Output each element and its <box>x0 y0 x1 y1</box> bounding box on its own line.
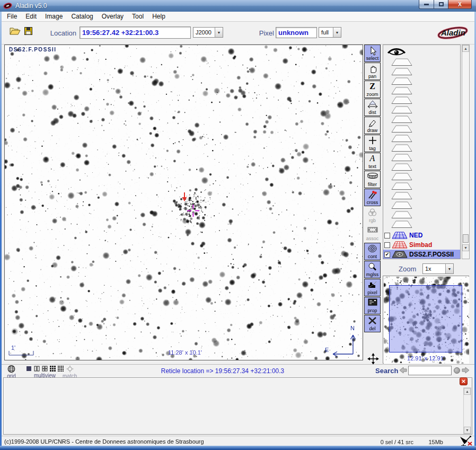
tool-pan[interactable]: pan <box>364 63 381 80</box>
pixel-scale-select[interactable]: full ▼ <box>319 27 341 38</box>
stack-scrollbar[interactable]: ▲ ▼ <box>462 45 470 259</box>
move-handle-icon[interactable] <box>367 353 379 365</box>
sky-view[interactable]: DSS2.F.POSSII 1' 11.28' x 10.1' N E <box>4 45 363 360</box>
tool-delete[interactable]: del <box>364 315 381 332</box>
image-plane-label: DSS2.F.POSSII <box>9 47 57 52</box>
open-file-icon[interactable] <box>10 27 21 36</box>
empty-plane-slot[interactable] <box>383 77 460 87</box>
measurement-scrollbar[interactable]: ▲ ▼ <box>463 387 471 434</box>
maximize-button[interactable] <box>434 0 448 9</box>
titlebar: Aladin v5.0 X <box>0 0 476 12</box>
plane-checkbox[interactable] <box>384 242 390 248</box>
chevron-down-icon[interactable]: ▼ <box>215 28 223 37</box>
distance-icon <box>367 100 378 108</box>
tool-rgb: rgb <box>364 207 381 224</box>
svg-text:N: N <box>350 325 355 331</box>
empty-plane-slot[interactable] <box>383 125 460 135</box>
tool-magnifier[interactable]: mglss <box>364 261 381 278</box>
scroll-up-icon[interactable]: ▲ <box>462 45 469 52</box>
tool-draw[interactable]: draw <box>364 117 381 134</box>
plane-checkbox[interactable]: ✔ <box>384 252 390 258</box>
four-pane-icon[interactable] <box>41 365 48 372</box>
tool-cross[interactable]: cross <box>364 189 381 206</box>
chevron-down-icon[interactable]: ▼ <box>333 28 341 37</box>
tool-zoom[interactable]: Z zoom <box>364 81 381 98</box>
menu-file[interactable]: File <box>3 12 21 21</box>
zoom-thumbnail-panel[interactable]: 12.91' x 12.91' <box>383 276 469 364</box>
plane-checkbox[interactable] <box>384 233 390 239</box>
close-measurement-icon[interactable]: ✕ <box>460 377 468 385</box>
memory-usage: 15Mb <box>428 439 443 445</box>
catalog-plane-icon <box>392 241 408 249</box>
save-icon[interactable] <box>24 27 32 35</box>
close-button[interactable]: X <box>448 0 472 9</box>
svg-text:Aladin: Aladin <box>440 28 465 37</box>
tool-assoc: assoc <box>364 225 381 242</box>
two-pane-icon[interactable] <box>33 365 40 372</box>
empty-plane-slot[interactable] <box>383 173 460 182</box>
menu-help[interactable]: Help <box>148 12 170 21</box>
pixel-input[interactable] <box>276 27 317 38</box>
empty-plane-slot[interactable] <box>383 144 460 154</box>
menu-overlay[interactable]: Overlay <box>98 12 128 21</box>
scroll-up-icon[interactable]: ▲ <box>464 388 471 395</box>
tool-filter[interactable]: filter <box>364 171 381 188</box>
tool-select[interactable]: select <box>364 45 381 62</box>
location-label: Location <box>41 29 76 37</box>
plane-row-dss2[interactable]: ✔ DSS2.F.POSSII <box>383 250 460 259</box>
chevron-down-icon[interactable]: ▼ <box>445 264 453 273</box>
eye-icon[interactable] <box>387 47 406 57</box>
search-go-icon[interactable] <box>454 367 460 374</box>
properties-window-icon <box>368 298 377 306</box>
tool-contour[interactable]: cont <box>364 243 381 260</box>
search-prev-icon[interactable] <box>399 367 407 374</box>
menu-image[interactable]: Image <box>41 12 67 21</box>
menu-edit[interactable]: Edit <box>21 12 41 21</box>
nine-pane-icon[interactable] <box>49 365 56 372</box>
empty-plane-slot[interactable] <box>383 87 460 96</box>
single-view-icon[interactable] <box>25 365 32 372</box>
empty-plane-slot[interactable] <box>383 116 460 125</box>
cross-markers-icon <box>367 190 377 199</box>
empty-plane-slot[interactable] <box>383 192 460 201</box>
empty-plane-slot[interactable] <box>383 68 460 77</box>
tool-pixel[interactable]: pixel <box>364 279 381 296</box>
empty-plane-slot[interactable] <box>383 182 460 192</box>
filmstrip-icon <box>367 226 378 233</box>
search-input[interactable] <box>408 366 452 375</box>
plane-row-simbad[interactable]: Simbad <box>383 240 460 250</box>
menu-catalog[interactable]: Catalog <box>67 12 97 21</box>
tool-text[interactable]: A text <box>364 153 381 170</box>
empty-plane-slot[interactable] <box>383 135 460 144</box>
contour-icon <box>368 244 377 253</box>
empty-plane-slot[interactable] <box>383 154 460 163</box>
sky-canvas[interactable] <box>5 45 363 360</box>
empty-plane-slot[interactable] <box>383 96 460 106</box>
empty-plane-slot[interactable] <box>383 201 460 211</box>
reticle-location-text: Reticle location => 19:56:27.34 +32:21:0… <box>80 367 366 375</box>
empty-plane-slot[interactable] <box>383 220 460 230</box>
tool-properties[interactable]: prop <box>364 297 381 314</box>
empty-plane-slot[interactable] <box>383 58 460 68</box>
frame-select[interactable]: J2000 ▼ <box>193 27 223 38</box>
tool-dist[interactable]: dist <box>364 99 381 116</box>
zoom-select[interactable]: 1x ▼ <box>422 263 454 274</box>
location-input[interactable] <box>80 27 191 39</box>
empty-plane-slot[interactable] <box>383 106 460 116</box>
window-title: Aladin v5.0 <box>15 2 47 10</box>
scroll-down-icon[interactable]: ▼ <box>462 244 469 251</box>
image-plane-icon <box>392 251 408 259</box>
tool-tag[interactable]: tag <box>364 135 381 152</box>
menu-tool[interactable]: Tool <box>128 12 148 21</box>
empty-plane-slot[interactable] <box>383 163 460 173</box>
search-next-icon[interactable] <box>462 367 470 374</box>
minimize-button[interactable] <box>419 0 434 9</box>
svg-text:E: E <box>325 347 329 353</box>
scrollbar-thumb[interactable] <box>463 234 469 243</box>
network-antenna-icon <box>459 435 473 447</box>
empty-plane-slot[interactable] <box>383 211 460 220</box>
fov-rectangle[interactable] <box>389 285 462 352</box>
scroll-down-icon[interactable]: ▼ <box>464 427 471 434</box>
multiview-buttons[interactable]: multiview <box>25 365 64 378</box>
plane-row-ned[interactable]: NED <box>383 231 460 240</box>
